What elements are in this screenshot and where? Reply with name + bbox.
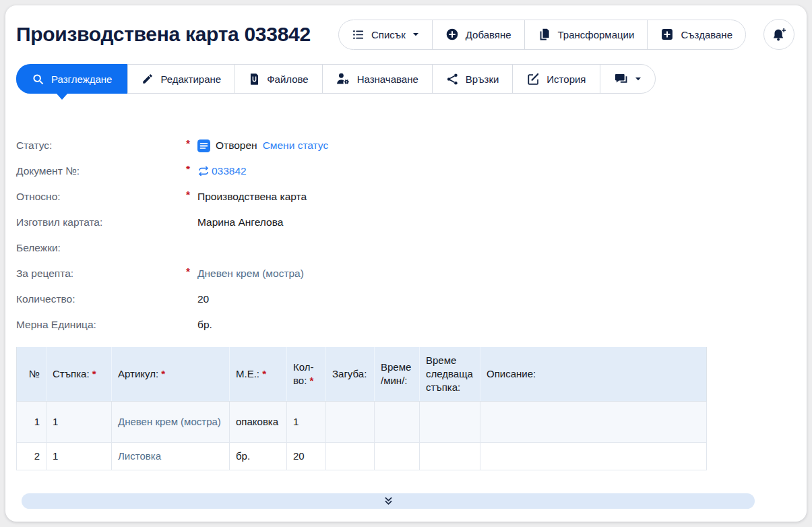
tab-links-label: Връзки [466,73,499,85]
add-button-label: Добавяне [466,29,511,40]
required-mark: * [186,266,197,278]
tab-files[interactable]: Файлове [235,65,322,93]
list-button-label: Списък [371,29,406,40]
table-header-row: № Стъпка: * Артикул: * М.Е.: * Кол-во: *… [17,347,707,401]
caret-down-icon [635,75,642,82]
cell-description [480,442,707,470]
list-icon [352,28,365,41]
repeat-arrows-icon [197,165,210,177]
subject-value: Производствена карта [197,191,307,203]
recipe-label: За рецепта: [16,268,186,280]
header-button-group: Списък Добавяне Трансформации [338,20,746,50]
double-chevron-down-icon [383,496,394,506]
tab-edit[interactable]: Редактиране [127,65,235,93]
field-row-quantity: Количество: 20 [16,286,807,312]
unit-value: бр. [197,319,212,331]
pencil-icon [142,73,154,85]
author-value: Марина Ангелова [197,216,283,228]
required-mark: * [186,189,197,201]
transformations-button-label: Трансформации [558,29,635,40]
cell-article: Листовка [112,442,230,470]
transformations-button[interactable]: Трансформации [524,20,648,49]
doc-number-link[interactable]: 033842 [212,165,247,177]
table-row: 1 1 Дневен крем (мостра) опаковка 1 [17,401,707,442]
expand-bar[interactable] [22,493,755,509]
required-mark: * [92,368,96,379]
quantity-label: Количество: [16,293,186,305]
cell-step: 1 [46,442,112,470]
required-mark: * [309,375,313,386]
top-bar: Производствена карта 033842 Списък Д [5,5,807,50]
required-mark: * [186,137,197,150]
cell-num: 1 [17,401,46,442]
field-row-status: Статус: * Отворен Смени статус [16,133,807,158]
col-loss: Загуба: [326,347,375,401]
plus-square-icon [660,28,674,41]
unit-label: Мерна Единица: [16,319,186,331]
steps-table: № Стъпка: * Артикул: * М.Е.: * Кол-во: *… [16,347,707,470]
tab-comments[interactable] [600,65,655,93]
status-value: Отворен [216,140,257,152]
author-label: Изготвил картата: [16,216,186,228]
app-card: Производствена карта 033842 Списък Д [5,5,807,522]
quantity-value: 20 [197,293,209,305]
table-row: 2 1 Листовка бр. 20 [17,442,707,470]
cell-loss [326,401,375,442]
field-row-recipe: За рецепта: * Дневен крем (мостра) [16,261,807,286]
col-time-next: Време следваща стъпка: [420,347,480,401]
col-step: Стъпка: * [46,347,112,401]
col-article: Артикул: * [112,347,230,401]
cell-time-next [420,401,480,442]
recipe-link[interactable]: Дневен крем (мостра) [197,268,304,280]
list-button[interactable]: Списък [339,20,432,49]
cell-step: 1 [46,401,112,442]
status-label: Статус: [16,140,186,152]
cell-unit: опаковка [230,401,287,442]
cell-time [375,442,420,470]
change-status-link[interactable]: Смени статус [263,140,329,152]
required-mark: * [161,368,165,379]
create-button-label: Създаване [681,29,732,40]
cell-loss [326,442,375,470]
document-paperclip-icon [249,73,260,86]
magnifier-icon [32,73,44,86]
doc-number-label: Документ №: [16,165,186,177]
top-actions: Списък Добавяне Трансформации [338,19,794,50]
col-time: Време /мин/: [375,347,420,401]
tab-history[interactable]: История [512,65,599,93]
status-justify-icon [197,140,210,152]
col-description: Описание: [480,347,707,401]
cell-unit: бр. [230,442,287,470]
col-num: № [17,347,46,401]
speech-bubble-icon [614,72,628,86]
pages-icon [538,28,551,41]
page-title: Производствена карта 033842 [16,23,311,46]
tab-assign[interactable]: Назначаване [322,65,432,93]
article-link[interactable]: Листовка [118,450,161,462]
cell-time-next [420,442,480,470]
article-link[interactable]: Дневен крем (мостра) [118,416,221,427]
required-mark: * [186,163,197,175]
notes-label: Бележки: [16,242,186,254]
tab-links[interactable]: Връзки [432,65,513,93]
tab-bar: Разглеждане Редактиране Файлове Назначав… [16,64,656,94]
create-button[interactable]: Създаване [647,20,745,49]
cell-qty: 1 [287,401,326,442]
subject-label: Относно: [16,191,186,203]
tab-assign-label: Назначаване [357,73,418,85]
tab-files-label: Файлове [267,73,309,85]
tab-history-label: История [546,73,586,85]
bell-plus-icon [771,26,788,43]
tab-view[interactable]: Разглеждане [16,64,127,94]
field-row-subject: Относно: * Производствена карта [16,184,807,210]
tab-edit-label: Редактиране [160,73,221,85]
plus-circle-icon [445,28,459,41]
note-pen-icon [526,72,540,86]
cell-description [480,401,707,442]
col-qty: Кол-во: * [287,347,326,401]
add-button[interactable]: Добавяне [432,20,524,49]
col-unit: М.Е.: * [230,347,287,401]
field-row-author: Изготвил картата: Марина Ангелова [16,210,807,235]
field-row-notes: Бележки: [16,235,807,261]
notification-bell-button[interactable] [763,19,794,50]
